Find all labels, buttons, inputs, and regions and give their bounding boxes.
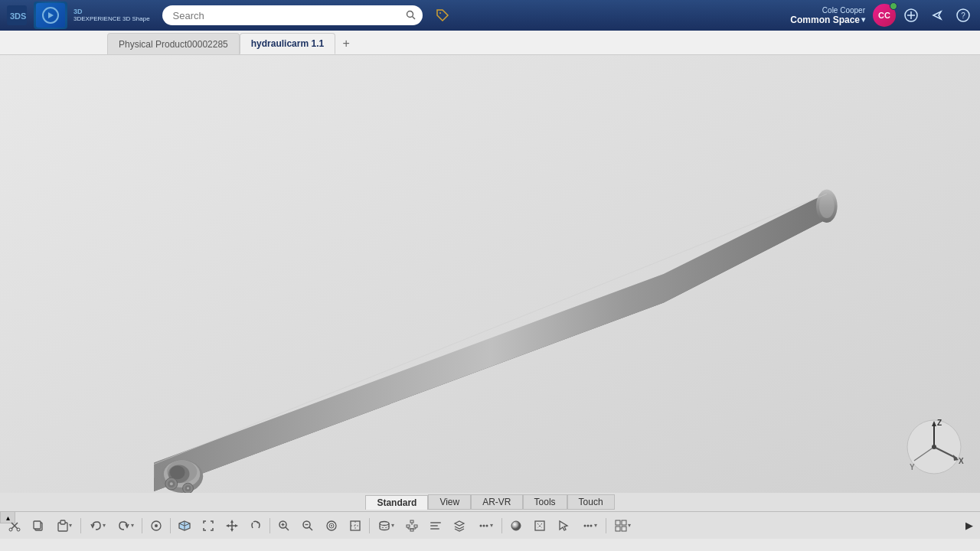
viewport[interactable]: Z X Y	[0, 55, 980, 493]
app-name-label: 3D 3DEXPERIENCE 3D Shape	[74, 8, 150, 23]
toolbar-tab-view[interactable]: View	[428, 494, 471, 510]
normal-view-button[interactable]	[320, 515, 343, 536]
share-button[interactable]	[926, 5, 948, 26]
svg-rect-77	[430, 528, 439, 530]
play-icon	[42, 7, 59, 24]
properties-button[interactable]	[424, 515, 447, 536]
svg-marker-50	[226, 524, 229, 527]
right-controls: Cole Cooper Common Space ▾ CC	[790, 4, 974, 27]
copy-button[interactable]	[27, 515, 50, 536]
search-button[interactable]	[406, 10, 416, 21]
user-info: Cole Cooper Common Space ▾	[790, 6, 865, 25]
svg-point-80	[485, 524, 488, 527]
tab-label-1: hydraulicarm 1.1	[251, 38, 324, 49]
hidden-lines-button[interactable]	[528, 515, 551, 536]
avatar-button[interactable]: CC	[873, 4, 896, 27]
svg-marker-51	[235, 524, 238, 527]
rotate-button[interactable]	[244, 515, 267, 536]
svg-line-27	[154, 194, 827, 464]
svg-line-54	[286, 527, 289, 530]
tab-hydraulicarm[interactable]: hydraulicarm 1.1	[240, 33, 335, 54]
add-tab-button[interactable]: +	[335, 33, 357, 54]
svg-marker-2	[48, 12, 54, 18]
workspace-chevron: ▾	[861, 15, 865, 24]
grid-button[interactable]: ▾	[609, 515, 636, 536]
topbar: 3DS 3D 3DEXPERIENCE 3D Shape	[0, 0, 980, 31]
svg-point-3	[407, 11, 413, 18]
separator-4	[270, 518, 270, 533]
avatar-initials: CC	[878, 11, 890, 20]
search-container	[162, 5, 423, 25]
svg-marker-13	[154, 192, 828, 491]
fit-all-button[interactable]	[197, 515, 220, 536]
toolbar-tabs: Standard View AR-VR Tools Touch	[0, 493, 980, 511]
svg-text:X: X	[959, 457, 964, 465]
workspace-selector[interactable]: Common Space ▾	[790, 15, 865, 25]
cut-button[interactable]	[3, 515, 26, 536]
arm-3d-view	[0, 55, 980, 493]
layers-button[interactable]	[448, 515, 471, 536]
scroll-right-button[interactable]: ▶	[962, 515, 977, 536]
svg-point-20	[170, 465, 185, 479]
svg-rect-43	[60, 520, 65, 524]
svg-point-79	[482, 524, 485, 527]
app-full-name: 3DEXPERIENCE 3D Shape	[74, 16, 150, 23]
svg-marker-85	[560, 521, 567, 530]
svg-rect-91	[616, 527, 620, 531]
svg-rect-69	[414, 525, 417, 527]
separator-1	[80, 518, 81, 533]
svg-point-5	[439, 12, 441, 14]
add-button[interactable]	[900, 5, 922, 26]
toolbar-tab-tools[interactable]: Tools	[523, 494, 567, 510]
svg-point-38	[9, 528, 12, 531]
toolbar: ▴ ▾ ▾ ▾	[0, 511, 980, 539]
svg-text:Z: Z	[937, 419, 942, 427]
separator-5	[369, 518, 370, 533]
svg-point-39	[17, 528, 20, 531]
undo-button[interactable]: ▾	[83, 515, 111, 536]
zoom-in-out-button[interactable]	[296, 515, 319, 536]
svg-point-86	[583, 524, 586, 527]
snap-button[interactable]	[145, 515, 168, 536]
separator-2	[142, 518, 142, 533]
tree-button[interactable]	[400, 515, 423, 536]
more-button-2[interactable]: ▾	[576, 515, 603, 536]
view-box-button[interactable]	[173, 515, 196, 536]
tag-button[interactable]	[432, 5, 453, 26]
paste-button[interactable]: ▾	[51, 515, 78, 536]
search-input[interactable]	[162, 5, 423, 25]
tab-physical-product[interactable]: Physical Product00002285	[107, 33, 240, 54]
svg-rect-68	[407, 525, 410, 527]
svg-marker-49	[230, 529, 234, 532]
axis-indicator: Z X Y	[903, 416, 965, 478]
svg-rect-67	[410, 520, 413, 523]
render-button[interactable]	[505, 515, 528, 536]
brand-logo[interactable]	[34, 2, 67, 29]
toolbar-tab-touch[interactable]: Touch	[567, 494, 615, 510]
separator-7	[606, 518, 606, 533]
svg-point-45	[155, 524, 158, 527]
svg-rect-76	[430, 525, 438, 527]
svg-rect-41	[34, 521, 41, 529]
app-logo: 3DS	[6, 5, 28, 26]
more-button-1[interactable]: ▾	[472, 515, 499, 536]
redo-button[interactable]: ▾	[112, 515, 139, 536]
svg-line-4	[412, 17, 415, 20]
toolbar-tab-standard[interactable]: Standard	[365, 495, 428, 510]
select-button[interactable]	[552, 515, 575, 536]
brand-logo-inner	[36, 3, 65, 28]
front-view-button[interactable]	[344, 515, 367, 536]
database-button[interactable]: ▾	[372, 515, 400, 536]
zoom-area-button[interactable]	[273, 515, 296, 536]
svg-point-15	[819, 194, 835, 218]
svg-point-88	[590, 524, 592, 527]
svg-point-87	[586, 524, 589, 527]
toolbar-tab-ar-vr[interactable]: AR-VR	[471, 494, 522, 510]
svg-point-26	[187, 487, 189, 490]
pan-button[interactable]	[220, 515, 243, 536]
svg-line-58	[309, 527, 312, 530]
help-button[interactable]: ?	[952, 5, 974, 26]
svg-marker-48	[230, 520, 234, 523]
svg-text:?: ?	[961, 11, 965, 20]
svg-rect-75	[430, 522, 441, 523]
